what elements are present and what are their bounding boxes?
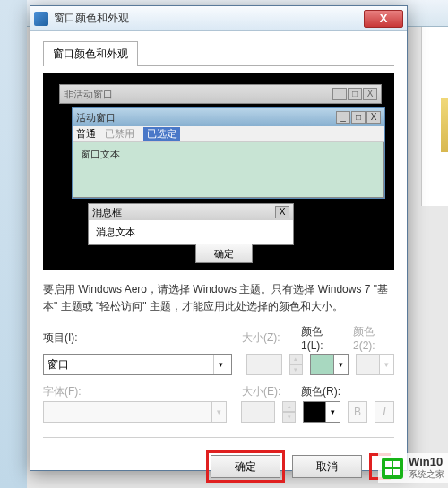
tab-strip: 窗口颜色和外观 [43, 40, 394, 66]
dialog-close-button[interactable]: X [364, 10, 403, 28]
font-size-input [241, 401, 275, 423]
chevron-down-icon: ▾ [213, 355, 228, 374]
maximize-icon: □ [348, 88, 362, 100]
preview-active-titlebar: 活动窗口 _ □ X [73, 108, 384, 126]
chevron-down-icon: ▾ [325, 402, 340, 422]
menu-item-disabled: 已禁用 [105, 127, 134, 141]
font-size-spinner: ▴ ▾ [282, 401, 296, 423]
preview-msgbox-titlebar: 消息框 X [89, 204, 293, 220]
controls-row-1: 窗口 ▾ ▴ ▾ ▾ ▾ [43, 354, 394, 375]
appearance-dialog: 窗口颜色和外观 X 窗口颜色和外观 非活动窗口 _ □ X 活动窗口 [30, 5, 408, 471]
preview-msgbox-body: 消息文本 [89, 220, 293, 244]
dialog-titlebar[interactable]: 窗口颜色和外观 X [30, 6, 407, 31]
watermark-title: Win10 [409, 455, 444, 468]
close-icon: X [275, 206, 289, 218]
item-label: 项目(I): [43, 330, 78, 346]
color2-label: 颜色 2(2): [353, 324, 394, 352]
minimize-icon: _ [332, 88, 347, 100]
item-combobox[interactable]: 窗口 ▾ [43, 354, 232, 375]
dialog-title: 窗口颜色和外观 [54, 11, 364, 26]
preview-inactive-titlebar: 非活动窗口 _ □ X [60, 85, 381, 103]
spinner-up-icon: ▴ [282, 401, 296, 412]
chevron-down-icon: ▾ [211, 402, 226, 422]
color1-swatch [311, 355, 333, 374]
menu-item-selected[interactable]: 已选定 [143, 127, 180, 141]
spinner-down-icon: ▾ [282, 412, 296, 423]
font-color-label: 颜色(R): [301, 384, 394, 399]
preview-area: 非活动窗口 _ □ X 活动窗口 _ □ X 普通 已禁用 [43, 73, 394, 270]
ok-button-highlight: 确定 [206, 450, 285, 483]
close-icon: X [366, 111, 381, 124]
preview-inactive-title-text: 非活动窗口 [64, 88, 113, 101]
font-color-swatch [304, 402, 325, 422]
watermark-logo-icon [382, 458, 403, 479]
color2-combobox: ▾ [356, 354, 394, 375]
labels-row-2: 字体(F): 大小(E): 颜色(R): [43, 384, 394, 399]
divider [43, 437, 394, 438]
font-size-label: 大小(E): [242, 384, 294, 399]
font-color-combobox[interactable]: ▾ [303, 401, 340, 423]
controls-row-2: ▾ ▴ ▾ ▾ B I [43, 401, 394, 423]
item-combo-value: 窗口 [47, 357, 213, 372]
preview-msgbox-title-text: 消息框 [92, 206, 122, 219]
watermark: Win10 系统之家 [378, 453, 448, 483]
dialog-button-row: 确定 取消 [43, 450, 394, 483]
chevron-down-icon: ▾ [333, 355, 348, 374]
minimize-icon: _ [336, 111, 350, 124]
labels-row-1: 项目(I): 大小(Z): 颜色 1(L): 颜色 2(2): [43, 324, 394, 352]
background-gold-strip [441, 98, 448, 152]
bold-button: B [348, 401, 367, 423]
spinner-down-icon: ▾ [289, 364, 303, 375]
italic-button: I [375, 401, 394, 423]
maximize-icon: □ [351, 111, 366, 124]
spinner-up-icon: ▴ [289, 354, 303, 364]
background-left-panel [0, 0, 27, 488]
size-label: 大小(Z): [242, 330, 294, 346]
font-combo-value [44, 402, 211, 422]
color2-swatch [357, 355, 379, 374]
close-icon: X [380, 12, 388, 25]
cancel-button[interactable]: 取消 [292, 455, 362, 478]
dialog-body: 窗口颜色和外观 非活动窗口 _ □ X 活动窗口 _ □ [30, 31, 407, 488]
tab-appearance[interactable]: 窗口颜色和外观 [43, 41, 138, 66]
chevron-down-icon: ▾ [379, 355, 393, 374]
size-spinner: ▴ ▾ [289, 354, 303, 375]
preview-menu-bar: 普通 已禁用 已选定 [73, 126, 384, 142]
preview-message-box[interactable]: 消息框 X 消息文本 [88, 203, 294, 245]
font-combobox: ▾ [43, 401, 227, 423]
menu-item-normal[interactable]: 普通 [76, 127, 96, 141]
dialog-icon [34, 12, 48, 26]
preview-ok-button[interactable]: 确定 [195, 244, 253, 263]
watermark-subtitle: 系统之家 [409, 468, 444, 481]
preview-active-title-text: 活动窗口 [76, 111, 116, 124]
size-input [246, 354, 281, 375]
preview-window-body[interactable]: 窗口文本 [73, 142, 384, 198]
preview-inactive-window[interactable]: 非活动窗口 _ □ X [59, 84, 382, 104]
color1-combobox[interactable]: ▾ [310, 354, 349, 375]
description-text: 要启用 Windows Aero，请选择 Windows 主题。只有选择 Win… [43, 281, 394, 315]
color1-label: 颜色 1(L): [301, 324, 346, 352]
ok-button[interactable]: 确定 [211, 455, 280, 478]
close-icon: X [363, 88, 377, 100]
preview-window-text: 窗口文本 [81, 149, 120, 159]
preview-active-window[interactable]: 活动窗口 _ □ X 普通 已禁用 已选定 窗口文本 [72, 107, 385, 199]
preview-msgbox-text: 消息文本 [96, 227, 135, 237]
font-label: 字体(F): [43, 384, 82, 399]
